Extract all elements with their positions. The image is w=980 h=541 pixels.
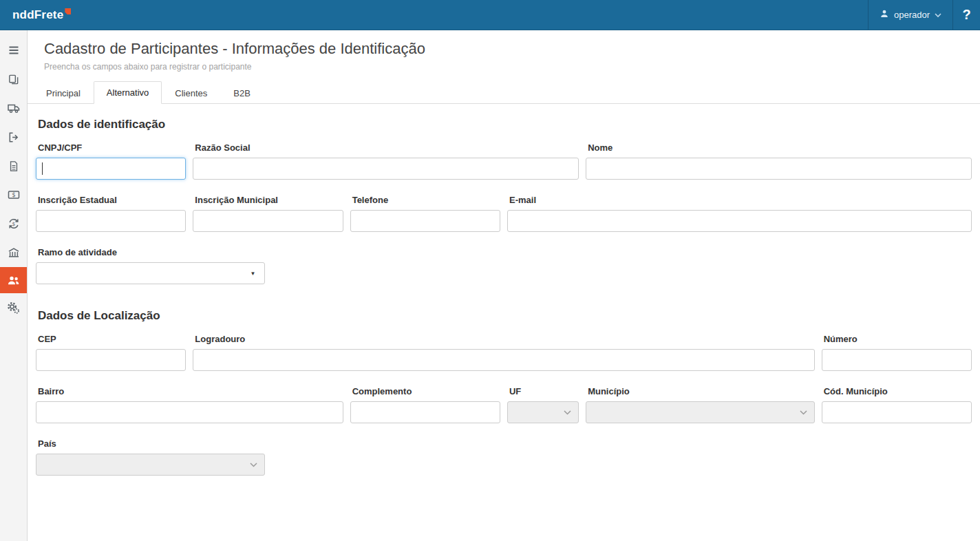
logradouro-label: Logradouro [195,334,812,344]
select-caret-icon: ▼ [251,270,256,277]
user-name: operador [894,10,930,20]
sign-out-icon [8,131,19,143]
logradouro-input[interactable] [193,349,814,371]
tab-alternativo[interactable]: Alternativo [94,81,162,104]
cep-label: CEP [38,334,184,344]
cnpj-input[interactable] [36,158,186,180]
pais-label: País [38,438,263,449]
tab-bar: Principal Alternativo Clientes B2B [28,81,980,104]
section-heading-identification: Dados de identificação [38,118,970,131]
field-numero: Número [822,334,972,371]
chevron-down-icon [800,410,807,415]
numero-label: Número [824,334,970,344]
inscricao-estadual-input[interactable] [36,210,186,232]
cnpj-label: CNPJ/CPF [38,142,184,153]
field-telefone: Telefone [350,195,500,232]
chevron-down-icon [935,10,941,20]
sidebar-item-exchange[interactable]: $ [0,209,27,238]
inscricao-municipal-input[interactable] [193,210,343,232]
tab-b2b[interactable]: B2B [220,82,264,104]
field-cod-municipio: Cód. Município [822,386,972,423]
participants-group-icon [7,275,20,286]
text-caret [42,162,43,175]
inscricao-estadual-label: Inscrição Estadual [38,195,184,205]
field-inscricao-estadual: Inscrição Estadual [36,195,186,232]
sidebar-item-signout[interactable] [0,123,27,151]
svg-text:$: $ [12,221,15,227]
page-header: Cadastro de Participantes - Informações … [28,30,980,77]
menu-icon [8,44,20,56]
inscricao-municipal-label: Inscrição Municipal [195,195,341,205]
field-cep: CEP [36,334,186,371]
payment-check-icon: $ [8,189,20,201]
sidebar-item-document[interactable] [0,151,27,180]
bairro-label: Bairro [38,386,341,396]
user-icon [880,9,889,21]
form-row: CEP Logradouro Número [36,334,972,371]
sidebar-item-menu[interactable] [0,36,27,65]
razao-social-label: Razão Social [195,142,577,153]
settings-gears-icon [7,301,20,314]
company-building-icon [8,246,20,259]
top-bar: nddFrete operador ? [0,0,980,30]
tab-clientes[interactable]: Clientes [162,82,220,104]
chevron-down-icon [564,410,571,415]
field-razao-social: Razão Social [193,142,579,180]
ramo-atividade-select[interactable]: ▼ [36,262,265,284]
logo-flag-icon [65,8,71,14]
form-area: Dados de identificação CNPJ/CPF Razão So… [28,104,980,476]
field-uf: UF [507,386,579,423]
form-row: Inscrição Estadual Inscrição Municipal T… [36,195,972,232]
nome-input[interactable] [586,158,972,180]
help-button[interactable]: ? [952,0,980,30]
field-ramo-atividade: Ramo de atividade ▼ [36,247,265,284]
sidebar: $ $ [0,30,28,541]
email-label: E-mail [509,195,970,205]
user-menu[interactable]: operador [868,0,952,30]
sidebar-item-company[interactable] [0,238,27,267]
telefone-label: Telefone [352,195,498,205]
field-inscricao-municipal: Inscrição Municipal [193,195,343,232]
sidebar-item-settings[interactable] [0,293,27,322]
numero-input[interactable] [822,349,972,371]
ramo-atividade-label: Ramo de atividade [38,247,263,257]
field-complemento: Complemento [350,386,500,423]
field-bairro: Bairro [36,386,343,423]
form-row: Ramo de atividade ▼ [36,247,972,284]
field-logradouro: Logradouro [193,334,814,371]
section-heading-location: Dados de Localização [38,309,970,323]
chevron-down-icon [250,463,257,467]
main-content: Cadastro de Participantes - Informações … [28,30,980,541]
email-input[interactable] [507,210,972,232]
truck-icon [8,102,20,114]
uf-select[interactable] [507,401,579,423]
bairro-input[interactable] [36,401,343,423]
sidebar-item-participants[interactable] [0,267,27,293]
telefone-input[interactable] [350,210,500,232]
sidebar-item-truck[interactable] [0,94,27,123]
complemento-input[interactable] [350,401,500,423]
app-logo-text: nddFrete [12,8,63,22]
page-subtitle: Preencha os campos abaixo para registrar… [44,62,963,72]
sidebar-item-copy[interactable] [0,65,27,94]
page-title: Cadastro de Participantes - Informações … [44,40,963,58]
document-icon [8,160,19,172]
cep-input[interactable] [36,349,186,371]
field-cnpj: CNPJ/CPF [36,142,186,180]
uf-label: UF [509,386,577,396]
pais-select[interactable] [36,454,265,476]
form-row: País [36,438,972,476]
field-nome: Nome [586,142,972,180]
app-logo[interactable]: nddFrete [0,0,83,30]
razao-social-input[interactable] [193,158,579,180]
municipio-select[interactable] [586,401,815,423]
svg-text:$: $ [12,191,15,198]
sidebar-item-payment[interactable]: $ [0,180,27,209]
cod-municipio-input[interactable] [822,401,972,423]
tab-principal[interactable]: Principal [33,82,94,104]
field-email: E-mail [507,195,972,232]
field-municipio: Município [586,386,815,423]
nome-label: Nome [588,142,970,153]
form-row: Bairro Complemento UF Município Cód. [36,386,972,423]
municipio-label: Município [588,386,813,396]
